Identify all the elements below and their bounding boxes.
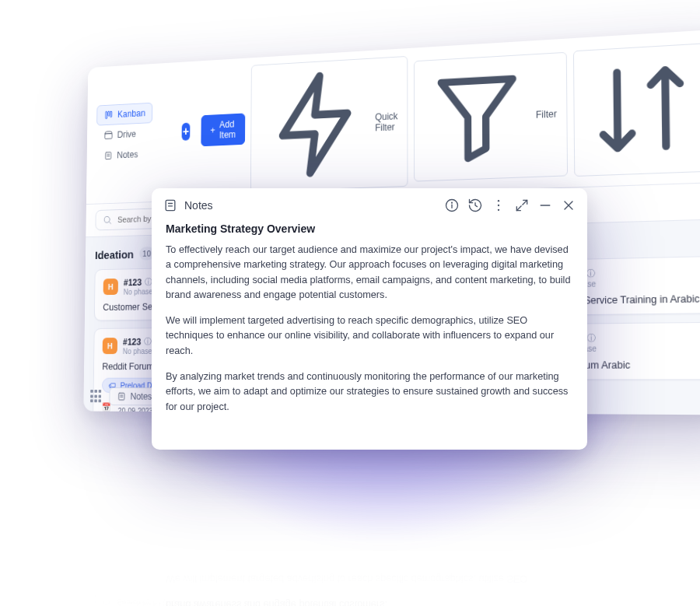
minimize-icon[interactable] bbox=[537, 198, 553, 213]
info-small-icon: ⓘ bbox=[144, 336, 152, 347]
card-phase: No phase bbox=[561, 537, 595, 547]
info-icon[interactable] bbox=[444, 198, 460, 213]
card-phase: No phase bbox=[560, 472, 594, 482]
kanban-icon bbox=[104, 110, 114, 121]
clock-icon: 🕑 bbox=[234, 473, 243, 482]
notes-icon bbox=[103, 150, 113, 161]
svg-line-9 bbox=[109, 222, 110, 224]
info-small-icon: ⓘ bbox=[145, 534, 153, 545]
column-count: 3 bbox=[567, 576, 582, 590]
notes-header: Notes bbox=[152, 188, 587, 219]
card-phase: No phase bbox=[123, 348, 152, 356]
filter-label: Filter bbox=[536, 109, 557, 121]
notes-body: To effectively reach our target audience… bbox=[152, 472, 587, 606]
tag-icon: 🏷 bbox=[320, 495, 327, 504]
tab-kanban[interactable]: Kanban bbox=[96, 103, 152, 126]
card-id: #123 bbox=[125, 474, 143, 485]
notes-title: Marketing Strategy Overview bbox=[152, 219, 587, 240]
column-add-button[interactable]: + bbox=[476, 572, 492, 588]
apps-grid-icon[interactable] bbox=[94, 418, 107, 431]
svg-rect-26 bbox=[166, 200, 175, 210]
note-icon bbox=[163, 198, 178, 213]
stage: Kanban Drive Notes + + Add Item Quick Fi… bbox=[0, 0, 700, 606]
funnel-icon bbox=[423, 59, 531, 176]
info-small-icon: ⓘ bbox=[145, 277, 152, 289]
assignee-avatar: AC bbox=[482, 468, 502, 489]
card-title: Social Listening Tool selection bbox=[312, 513, 502, 528]
notes-reflection: Notes Marketing Strategy Overview To eff… bbox=[152, 450, 587, 606]
card-avatar: H bbox=[103, 278, 118, 295]
close-icon[interactable] bbox=[561, 198, 576, 213]
search-row bbox=[86, 583, 700, 606]
card-id: #123 bbox=[561, 546, 582, 558]
card-id: #123 bbox=[124, 533, 142, 544]
card-title: Reddit Forum Arabic bbox=[537, 454, 700, 468]
search-input[interactable] bbox=[117, 597, 281, 606]
kanban-card[interactable]: H #123 ⓘ No phase 🕑 5 min ago Customer S… bbox=[96, 499, 290, 558]
apps-grid-icon[interactable] bbox=[90, 390, 103, 403]
notes-paragraph: To effectively reach our target audience… bbox=[166, 597, 573, 606]
search-box[interactable] bbox=[95, 590, 289, 606]
filter-button[interactable]: Filter bbox=[414, 51, 568, 181]
kanban-card[interactable]: M #123 ⓘ No phase Reddit Forum Arabic bbox=[526, 446, 700, 506]
kanban-card[interactable]: M #123 ⓘ No phase 🕑 1 min ago Social Lis… bbox=[303, 457, 513, 565]
info-small-icon: ⓘ bbox=[586, 332, 596, 345]
end-date: 20-09-2023 bbox=[383, 468, 422, 477]
clock-icon: 🕑 bbox=[457, 540, 466, 549]
add-view-button[interactable]: + bbox=[181, 123, 190, 141]
column-header: To-Do 3 + ⋯ bbox=[303, 566, 513, 589]
card-phase: No phase bbox=[125, 465, 154, 474]
notes-body: To effectively reach our target audience… bbox=[152, 240, 587, 427]
clock-icon: 🕑 bbox=[238, 534, 247, 542]
sort-button[interactable]: Sort bbox=[573, 41, 700, 177]
card-avatar: M bbox=[312, 531, 328, 548]
note-icon bbox=[121, 419, 130, 429]
svg-point-21 bbox=[103, 599, 109, 605]
info-small-icon: ⓘ bbox=[356, 539, 364, 551]
card-phase: No phase bbox=[334, 531, 365, 540]
quick-filter-button[interactable]: Quick Filter bbox=[250, 56, 408, 193]
tab-label: Notes bbox=[117, 149, 138, 160]
card-id: #123 bbox=[124, 277, 142, 288]
column-more-button[interactable]: ⋯ bbox=[497, 573, 513, 589]
svg-marker-7 bbox=[441, 79, 513, 159]
svg-rect-2 bbox=[110, 111, 112, 117]
column-count: 3 bbox=[339, 568, 352, 583]
tab-label: Drive bbox=[117, 129, 136, 140]
card-phase: No phase bbox=[124, 288, 153, 296]
svg-rect-0 bbox=[106, 112, 107, 119]
card-tag: 🏷 Preload Data bbox=[312, 491, 384, 508]
svg-line-22 bbox=[109, 597, 110, 600]
plus-icon: + bbox=[210, 125, 215, 136]
column-add-button[interactable]: + bbox=[255, 564, 269, 580]
history-icon[interactable] bbox=[467, 198, 483, 213]
column-more-button[interactable]: ⋯ bbox=[275, 565, 290, 580]
svg-point-32 bbox=[498, 200, 499, 201]
svg-line-36 bbox=[516, 206, 521, 211]
bottom-notes-label: Notes bbox=[131, 391, 152, 402]
column-header: Ideation 10 + ⋯ bbox=[95, 559, 289, 580]
card-id: #123 bbox=[560, 482, 581, 493]
expand-icon[interactable] bbox=[514, 198, 530, 213]
column-title: Ideation bbox=[95, 248, 134, 261]
note-icon bbox=[117, 391, 126, 401]
start-label: Start bbox=[330, 475, 367, 485]
svg-rect-3 bbox=[105, 134, 112, 139]
search-icon bbox=[102, 596, 111, 606]
svg-rect-10 bbox=[119, 393, 124, 400]
more-vertical-icon[interactable] bbox=[491, 198, 506, 213]
tab-notes[interactable]: Notes bbox=[96, 144, 146, 166]
notes-paragraph: We will implement targeted advertising t… bbox=[166, 314, 573, 359]
search-icon bbox=[103, 215, 112, 226]
card-id: #123 bbox=[123, 337, 142, 348]
drive-icon bbox=[103, 130, 113, 141]
svg-rect-4 bbox=[106, 152, 111, 159]
tab-drive[interactable]: Drive bbox=[96, 124, 144, 146]
card-time: 🕑 1 min ago bbox=[457, 540, 502, 550]
add-item-label: Add Item bbox=[219, 119, 236, 141]
info-small-icon: ⓘ bbox=[586, 268, 595, 280]
column-title: Ideation bbox=[96, 559, 135, 573]
add-item-button[interactable]: + Add Item bbox=[201, 114, 245, 147]
card-time: 🕑 10 min ago bbox=[234, 473, 281, 482]
kanban-card[interactable]: U #123 ⓘ No phase Customer Service Train… bbox=[527, 510, 700, 573]
